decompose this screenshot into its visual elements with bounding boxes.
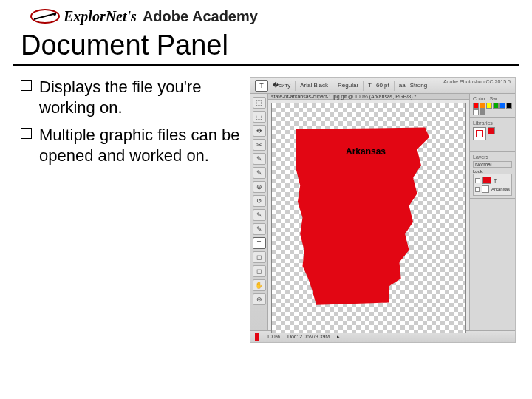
swatch[interactable] [480,109,485,115]
zoom-tool[interactable]: ⊕ [253,293,266,305]
bullet-item: Displays the file you're working on. [21,77,242,117]
blend-mode-select[interactable]: Normal [473,161,512,168]
checkbox-icon [21,128,32,139]
visibility-icon[interactable] [475,178,480,183]
eyedropper-tool[interactable]: ✎ [253,153,266,165]
layers-panel: Layers Normal Lock: T Arkansas [470,152,515,199]
color-panel-title: Color [473,96,485,101]
bullet-item: Multiple graphic files can be opened and… [21,125,242,166]
hand-tool[interactable]: ✋ [253,279,266,291]
document-tab-label: state-of-arkansas-clipart-1.jpg.gif @ 10… [271,94,416,99]
move-tool[interactable]: ⬚ [253,97,266,109]
photoshop-titlebar: Adobe Photoshop CC 2015.5 [249,77,515,86]
library-swatch[interactable] [488,127,495,134]
visibility-icon[interactable] [475,187,480,192]
libraries-panel-title: Libraries [473,120,512,126]
bullet-text: Multiple graphic files can be opened and… [39,125,242,166]
swatches-grid [473,103,512,115]
rectangle-tool[interactable]: ◻ [253,265,266,277]
layer-row[interactable]: Arkansas [475,185,510,194]
lasso-tool[interactable]: ✥ [253,125,266,137]
doc-info: Doc: 2.06M/3.39M [287,334,330,339]
swatch[interactable] [499,103,505,109]
swatch[interactable] [480,103,485,109]
swatch[interactable] [473,109,479,115]
history-brush-tool[interactable]: ↺ [253,195,266,207]
checkbox-icon [21,80,32,91]
layer-name: Arkansas [491,187,510,191]
bullet-list: Displays the file you're working on. Mul… [21,77,242,343]
stamp-tool[interactable]: ⊕ [253,181,266,193]
swatch[interactable] [506,103,512,109]
slide-title: Document Panel [0,25,532,64]
document-tab[interactable]: state-of-arkansas-clipart-1.jpg.gif @ 10… [268,94,469,100]
shape-tool[interactable]: ◻ [253,251,266,263]
app-title: Adobe Photoshop CC 2015.5 [443,79,511,84]
layer-row[interactable]: T [475,176,510,185]
bullet-text: Displays the file you're working on. [39,77,242,117]
eraser-tool[interactable]: ✎ [253,209,266,221]
layer-name: T [494,178,497,183]
libraries-panel: Libraries [470,118,515,152]
document-canvas[interactable]: Arkansas [271,103,466,333]
arkansas-shape [272,103,466,332]
swatch[interactable] [493,103,499,109]
brush-tool[interactable]: ✎ [253,167,266,179]
swatch[interactable] [473,103,479,109]
layer-thumb [482,185,489,193]
pen-tool[interactable]: ✎ [253,223,266,235]
brand-name-2: Adobe Academy [143,8,258,25]
layer-thumb [482,177,491,184]
canvas-text-layer[interactable]: Arkansas [346,146,386,157]
zoom-level[interactable]: 100% [267,334,280,339]
swatches-tab[interactable]: Sw [490,96,497,101]
swatch[interactable] [486,103,492,109]
marquee-tool[interactable]: ⬚ [253,111,266,123]
foreground-swatch[interactable] [255,333,259,341]
tools-panel: ⬚ ⬚ ✥ ✂ ✎ ✎ ⊕ ↺ ✎ ✎ T ◻ ◻ ✋ ⊕ [250,94,268,330]
photoshop-screenshot: Adobe Photoshop CC 2015.5 T �ситу Arial … [250,77,516,343]
color-panel: Color Sw [470,94,515,118]
svg-point-1 [53,13,56,16]
chevron-right-icon[interactable]: ▸ [337,334,340,340]
right-panels: Color Sw Libraries [469,94,515,330]
brand-header: ExplorNet's Adobe Academy [0,0,532,25]
layers-panel-title: Layers [473,154,512,160]
brand-logo-mark [30,7,61,25]
type-tool[interactable]: T [253,237,266,249]
crop-tool[interactable]: ✂ [253,139,266,151]
brand-name-1: ExplorNet's [64,8,137,25]
